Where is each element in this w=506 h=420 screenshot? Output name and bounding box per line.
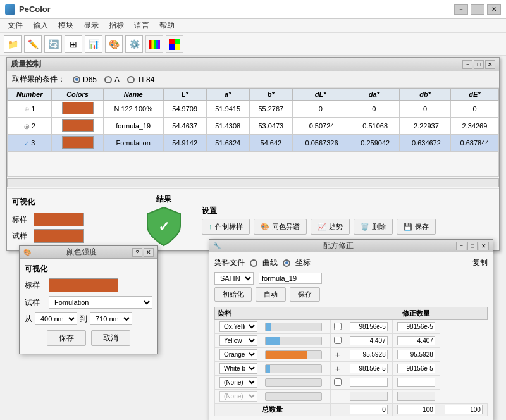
cell-da: 0 <box>349 101 400 118</box>
total-input2[interactable] <box>397 405 435 414</box>
menu-input[interactable]: 输入 <box>28 19 53 32</box>
dye-val2[interactable] <box>397 364 435 373</box>
color-dialog-test-select[interactable]: Fomulation <box>49 296 152 309</box>
illuminant-a-radio[interactable] <box>104 76 112 83</box>
dye-val1[interactable] <box>350 350 388 359</box>
toolbar: 📁 ✏️ 🔄 ⊞ 📊 🎨 ⚙️ <box>0 33 506 56</box>
dye-checkbox[interactable] <box>334 378 342 386</box>
dye-slider-cell[interactable] <box>262 376 331 390</box>
dye-slider[interactable] <box>265 337 322 345</box>
dye-select[interactable]: White ba <box>219 363 257 374</box>
dye-val1[interactable] <box>350 336 388 345</box>
qc-minimize[interactable]: － <box>462 60 472 69</box>
dye-slider-cell[interactable] <box>262 362 331 376</box>
dye-slider-cell[interactable] <box>262 390 331 404</box>
minimize-button[interactable]: － <box>454 4 468 15</box>
auto-btn[interactable]: 自动 <box>256 287 286 302</box>
table-row[interactable]: ✓ 3 Fomulation 54.9142 51.6824 54.642 -0… <box>8 135 499 152</box>
toolbar-grid-icon[interactable]: ⊞ <box>65 35 82 53</box>
dye-val1[interactable] <box>350 378 388 387</box>
toolbar-color-icon[interactable] <box>166 35 183 53</box>
svg-rect-5 <box>158 40 160 49</box>
app-title-left: PeColor <box>5 4 51 15</box>
dye-select[interactable]: Orange <box>219 349 257 360</box>
coord-radio[interactable] <box>283 259 290 267</box>
color-dialog-cancel-btn[interactable]: 取消 <box>91 330 130 346</box>
color-dialog-footer: 保存 取消 <box>25 330 152 349</box>
dye-row: Ox.Yello <box>215 320 488 334</box>
illuminant-d65-radio[interactable] <box>73 76 80 83</box>
formula-minimize[interactable]: － <box>456 242 466 250</box>
menu-index[interactable]: 指标 <box>104 19 129 32</box>
horizontal-scrollbar[interactable] <box>7 178 499 187</box>
dye-slider[interactable] <box>265 323 322 331</box>
formula-maximize[interactable]: □ <box>467 242 478 250</box>
menu-help[interactable]: 帮助 <box>154 19 180 32</box>
delete-btn[interactable]: 🗑️ 删除 <box>354 219 393 235</box>
table-scroll[interactable]: Number Colors Name L* a* b* dL* da* db* … <box>7 88 499 177</box>
color-dialog-help[interactable]: ? <box>132 248 142 257</box>
formula-close[interactable]: ✕ <box>479 242 489 250</box>
table-row[interactable]: ◎ 2 formula_19 54.4637 51.4308 53.0473 -… <box>8 118 499 135</box>
formula-name-input[interactable] <box>259 273 322 284</box>
maximize-button[interactable]: □ <box>471 4 484 15</box>
dye-val2[interactable] <box>397 336 435 345</box>
color-dialog-close[interactable]: ✕ <box>144 248 154 257</box>
cell-b: 53.0473 <box>249 118 292 135</box>
init-btn[interactable]: 初始化 <box>214 287 252 302</box>
fabric-select[interactable]: SATIN <box>214 272 254 285</box>
cell-a: 51.6824 <box>206 135 249 152</box>
toolbar-chart-icon[interactable]: 📊 <box>85 35 102 53</box>
close-button[interactable]: ✕ <box>487 4 501 15</box>
toolbar-spectrum-icon[interactable] <box>145 35 163 53</box>
dye-checkbox[interactable] <box>334 337 342 344</box>
menu-file[interactable]: 文件 <box>3 19 28 32</box>
app-logo-icon <box>5 4 15 15</box>
color-dialog-title: 颜色强度 <box>66 247 97 257</box>
trend-btn[interactable]: 📈 趋势 <box>311 219 350 235</box>
dye-val1[interactable] <box>350 322 388 331</box>
dye-slider-cell[interactable] <box>262 348 331 362</box>
total-input3[interactable] <box>445 405 483 414</box>
menu-display[interactable]: 显示 <box>78 19 104 32</box>
dye-slider[interactable] <box>265 378 322 387</box>
qc-win-controls: － □ ✕ <box>462 60 495 69</box>
dye-select[interactable]: Ox.Yello <box>219 321 257 332</box>
dye-val2-cell <box>392 376 440 390</box>
qc-maximize[interactable]: □ <box>474 60 484 69</box>
cell-color <box>52 135 103 152</box>
curve-radio[interactable] <box>250 259 257 267</box>
range-from-select[interactable]: 400 nm <box>35 312 77 325</box>
menu-language[interactable]: 语言 <box>129 19 154 32</box>
illuminant-tl84-radio[interactable] <box>127 76 135 83</box>
toolbar-edit-icon[interactable]: ✏️ <box>24 35 42 53</box>
color-dialog-save-btn[interactable]: 保存 <box>47 330 86 346</box>
menu-module[interactable]: 模块 <box>53 19 78 32</box>
dye-slider[interactable] <box>265 350 322 359</box>
save-qc-btn[interactable]: 💾 保存 <box>397 219 436 235</box>
dye-slider-cell[interactable] <box>262 320 331 334</box>
toolbar-palette-icon[interactable]: 🎨 <box>105 35 123 53</box>
make-standard-btn[interactable]: ↑ 作制标样 <box>202 219 250 235</box>
dye-checkbox[interactable] <box>334 323 342 330</box>
table-row[interactable]: ⊕ 1 N 122 100% 54.9709 51.9415 55.2767 0… <box>8 101 499 118</box>
dye-select[interactable]: (None) <box>219 391 257 402</box>
dye-val2[interactable] <box>397 322 435 331</box>
save-formula-btn[interactable]: 保存 <box>290 287 320 302</box>
total-input1[interactable] <box>350 405 388 414</box>
dye-slider[interactable] <box>265 364 322 373</box>
dye-val1[interactable] <box>350 364 388 373</box>
range-to-select[interactable]: 710 nm <box>90 312 132 325</box>
dye-select[interactable]: (None) <box>219 377 257 388</box>
dye-name-cell: Orange <box>215 348 262 362</box>
dye-val2[interactable] <box>397 378 435 387</box>
toolbar-rotate-icon[interactable]: 🔄 <box>44 35 62 53</box>
dye-slider-cell[interactable] <box>262 334 331 348</box>
toolbar-config-icon[interactable]: ⚙️ <box>125 35 143 53</box>
metamerism-btn[interactable]: 🎨 同色异谱 <box>254 219 307 235</box>
dye-checkbox-cell: + <box>330 348 345 362</box>
dye-select[interactable]: Yellow <box>219 335 257 346</box>
dye-val2[interactable] <box>397 350 435 359</box>
toolbar-open-icon[interactable]: 📁 <box>4 35 22 53</box>
qc-close[interactable]: ✕ <box>485 60 495 69</box>
